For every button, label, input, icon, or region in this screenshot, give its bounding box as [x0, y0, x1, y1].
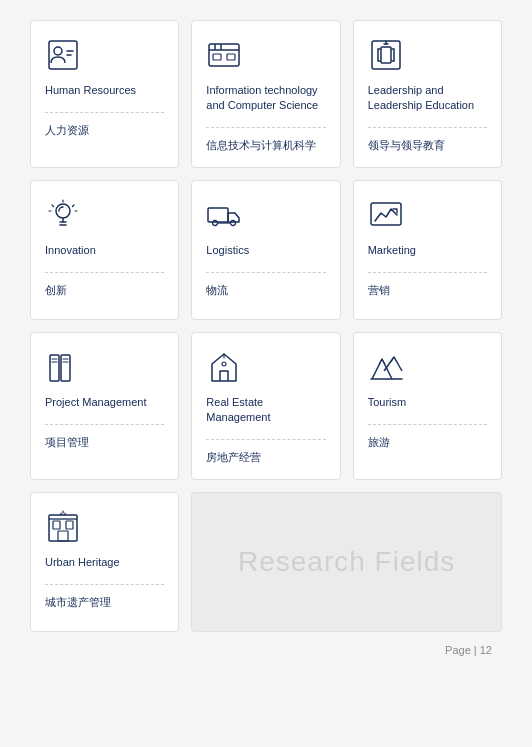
svg-rect-21	[208, 208, 228, 222]
grid-row-1: Human Resources 人力资源 Information technol…	[30, 20, 502, 168]
project-management-icon	[45, 349, 81, 385]
svg-rect-0	[49, 41, 77, 69]
svg-rect-38	[58, 531, 68, 541]
divider-real-estate	[206, 439, 325, 440]
card-title-en-leadership: Leadership and Leadership Education	[368, 83, 487, 113]
card-title-en-project-management: Project Management	[45, 395, 164, 410]
card-title-en-marketing: Marketing	[368, 243, 487, 258]
grid-row-2: Innovation 创新 Logistics 物流	[30, 180, 502, 320]
card-title-zh-tourism: 旅游	[368, 435, 487, 450]
research-fields-label: Research Fields	[238, 546, 455, 578]
grid-row-last: Urban Heritage 城市遗产管理 Research Fields	[30, 492, 502, 632]
marketing-icon	[368, 197, 404, 233]
card-title-zh-project-management: 项目管理	[45, 435, 164, 450]
card-urban-heritage[interactable]: Urban Heritage 城市遗产管理	[30, 492, 179, 632]
card-title-zh-urban-heritage: 城市遗产管理	[45, 595, 164, 610]
svg-point-12	[56, 204, 70, 218]
page-number: Page | 12	[445, 644, 492, 656]
page-container: Human Resources 人力资源 Information technol…	[0, 0, 532, 696]
svg-line-18	[73, 205, 75, 207]
divider-innovation	[45, 272, 164, 273]
card-logistics[interactable]: Logistics 物流	[191, 180, 340, 320]
card-title-en-urban-heritage: Urban Heritage	[45, 555, 164, 570]
card-title-zh-real-estate: 房地产经营	[206, 450, 325, 465]
divider-project-management	[45, 424, 164, 425]
card-innovation[interactable]: Innovation 创新	[30, 180, 179, 320]
card-title-zh-logistics: 物流	[206, 283, 325, 298]
card-title-en-tourism: Tourism	[368, 395, 487, 410]
card-title-en-human-resources: Human Resources	[45, 83, 164, 98]
svg-point-1	[54, 47, 62, 55]
logistics-icon	[206, 197, 242, 233]
card-human-resources[interactable]: Human Resources 人力资源	[30, 20, 179, 168]
divider-tourism	[368, 424, 487, 425]
page-footer: Page | 12	[30, 644, 502, 656]
card-title-zh-human-resources: 人力资源	[45, 123, 164, 138]
divider-marketing	[368, 272, 487, 273]
divider-human-resources	[45, 112, 164, 113]
card-title-zh-information-technology: 信息技术与计算机科学	[206, 138, 325, 153]
divider-information-technology	[206, 127, 325, 128]
leadership-icon	[368, 37, 404, 73]
svg-rect-7	[227, 54, 235, 60]
card-title-en-innovation: Innovation	[45, 243, 164, 258]
svg-line-17	[52, 205, 54, 207]
innovation-icon	[45, 197, 81, 233]
card-title-en-real-estate: Real Estate Management	[206, 395, 325, 425]
tourism-icon	[368, 349, 404, 385]
card-title-en-information-technology: Information technology and Computer Scie…	[206, 83, 325, 113]
card-tourism[interactable]: Tourism 旅游	[353, 332, 502, 480]
card-title-zh-innovation: 创新	[45, 283, 164, 298]
research-fields-card: Research Fields	[191, 492, 502, 632]
divider-urban-heritage	[45, 584, 164, 585]
svg-rect-8	[372, 41, 400, 69]
card-title-en-logistics: Logistics	[206, 243, 325, 258]
svg-rect-6	[213, 54, 221, 60]
real-estate-icon	[206, 349, 242, 385]
card-real-estate[interactable]: Real Estate Management 房地产经营	[191, 332, 340, 480]
divider-logistics	[206, 272, 325, 273]
svg-rect-9	[381, 47, 391, 63]
urban-heritage-icon	[45, 509, 81, 545]
card-leadership[interactable]: Leadership and Leadership Education 领导与领…	[353, 20, 502, 168]
card-project-management[interactable]: Project Management 项目管理	[30, 332, 179, 480]
human-resources-icon	[45, 37, 81, 73]
grid-row-3: Project Management 项目管理 Real Estate Mana…	[30, 332, 502, 480]
svg-point-33	[222, 362, 226, 366]
card-information-technology[interactable]: Information technology and Computer Scie…	[191, 20, 340, 168]
card-title-zh-marketing: 营销	[368, 283, 487, 298]
svg-rect-37	[66, 521, 73, 529]
card-title-zh-leadership: 领导与领导教育	[368, 138, 487, 153]
information-technology-icon	[206, 37, 242, 73]
divider-leadership	[368, 127, 487, 128]
card-marketing[interactable]: Marketing 营销	[353, 180, 502, 320]
svg-rect-36	[53, 521, 60, 529]
